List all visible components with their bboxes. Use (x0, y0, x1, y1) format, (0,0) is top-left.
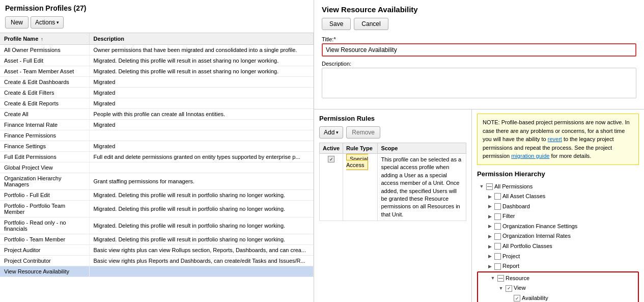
profile-desc-cell: Owner permissions that have been migrate… (89, 45, 314, 56)
add-label: Add (324, 129, 334, 136)
tree-checkbox-minus[interactable]: — (486, 183, 493, 190)
right-panel: View Resource Availability Save Cancel T… (314, 0, 644, 302)
permission-rules-header: Permission Rules (319, 115, 466, 122)
tree-checkbox-empty[interactable] (494, 253, 501, 260)
remove-button[interactable]: Remove (346, 126, 380, 139)
tree-checkbox-empty[interactable] (494, 213, 501, 220)
expand-icon[interactable]: ▶ (487, 263, 493, 269)
tree-checkbox-empty[interactable] (494, 263, 501, 270)
expand-icon[interactable]: ▶ (487, 194, 493, 200)
table-row[interactable]: Finance Internal Rate Migrated (0, 120, 314, 130)
cancel-button[interactable]: Cancel (354, 18, 388, 30)
profile-desc-cell: Migrated. Deleting this profile will res… (89, 234, 314, 245)
tree-checkbox-minus[interactable]: — (497, 275, 504, 282)
active-checkbox[interactable]: ✓ (328, 156, 334, 162)
tree-label-all-portfolio[interactable]: All Portfolio Classes (502, 242, 552, 251)
collapse-icon[interactable]: ▼ (498, 285, 504, 291)
migration-guide-link[interactable]: migration guide (511, 153, 549, 159)
table-row[interactable]: Asset - Full Edit Migrated. Deleting thi… (0, 56, 314, 66)
table-row[interactable]: Create & Edit Reports Migrated (0, 98, 314, 109)
table-row[interactable]: Portfolio - Portfolio Team Member Migrat… (0, 201, 314, 217)
title-label: Title:* (322, 36, 636, 42)
tree-item-all-perms: ▼ — All Permissions (477, 182, 639, 192)
table-row[interactable]: Portfolio - Full Edit Migrated. Deleting… (0, 190, 314, 201)
tree-label-dashboard[interactable]: Dashboard (502, 202, 530, 211)
profile-desc-cell: Migrated (89, 98, 314, 109)
profile-desc-cell (89, 130, 314, 141)
profile-desc-cell: Migrated. Deleting this profile will res… (89, 66, 314, 77)
expand-icon[interactable]: ▶ (487, 213, 493, 219)
tree-label-report[interactable]: Report (502, 262, 519, 271)
expand-icon[interactable]: ▶ (487, 243, 493, 250)
profile-desc-cell: Basic view rights plus Reports and Dashb… (89, 256, 314, 266)
save-button[interactable]: Save (322, 18, 351, 30)
title-input[interactable] (322, 43, 636, 57)
chevron-down-icon: ▾ (336, 130, 339, 135)
profile-name-cell: Global Project View (0, 162, 89, 173)
expand-icon[interactable]: ▶ (487, 203, 493, 209)
actions-button[interactable]: Actions ▾ (31, 16, 64, 29)
tree-checkbox-empty[interactable] (494, 203, 501, 210)
tree-label-project[interactable]: Project (502, 252, 520, 261)
table-row[interactable]: Create All People with this profile can … (0, 109, 314, 120)
tree-checkbox-empty[interactable] (494, 223, 501, 230)
table-row[interactable]: Create & Edit Filters Migrated (0, 88, 314, 98)
tree-checkbox-checked[interactable]: ✓ (506, 285, 512, 292)
tree-label-org-finance[interactable]: Organization Finance Settings (502, 222, 577, 231)
table-row[interactable]: Finance Permissions (0, 130, 314, 141)
tree-label-org-internal[interactable]: Organization Internal Rates (502, 232, 571, 241)
rule-type-cell: Special Access (343, 154, 378, 221)
expand-icon[interactable]: ▶ (487, 233, 493, 239)
profile-name-cell: Create & Edit Filters (0, 88, 89, 98)
table-row[interactable]: View Resource Availability (0, 266, 314, 277)
right-top: View Resource Availability Save Cancel T… (314, 0, 644, 109)
revert-link[interactable]: revert (548, 136, 562, 142)
profiles-table-container: Profile Name ↑ Description All Owner Per… (0, 33, 314, 302)
profile-name-cell: Full Edit Permissions (0, 152, 89, 162)
new-button[interactable]: New (5, 16, 29, 29)
profile-name-cell: Portfolio - Read only - no financials (0, 217, 89, 234)
table-row[interactable]: Create & Edit Dashboards Migrated (0, 77, 314, 88)
add-button[interactable]: Add ▾ (319, 126, 343, 139)
tree-label-all-asset[interactable]: All Asset Classes (502, 192, 545, 201)
profile-desc-cell: Migrated (89, 141, 314, 152)
description-label: Description: (322, 61, 636, 67)
tree-label-availability[interactable]: Availability (522, 294, 548, 302)
table-row[interactable]: Portfolio - Team Member Migrated. Deleti… (0, 234, 314, 245)
tree-checkbox-empty[interactable] (494, 233, 501, 240)
tree-label-resource[interactable]: Resource (506, 274, 529, 283)
expand-icon[interactable]: ▶ (487, 224, 493, 230)
tree-label-filter[interactable]: Filter (502, 212, 515, 221)
tree-label-all-perms[interactable]: All Permissions (494, 182, 533, 191)
table-row[interactable]: Global Project View (0, 162, 314, 173)
tree-checkbox-empty[interactable] (494, 243, 501, 250)
col-header-name[interactable]: Profile Name ↑ (0, 33, 89, 45)
table-row[interactable]: Project Contributor Basic view rights pl… (0, 256, 314, 266)
note-text-3: for more details. (551, 153, 592, 159)
col-header-desc[interactable]: Description (89, 33, 314, 45)
table-row[interactable]: Asset - Team Member Asset Migrated. Dele… (0, 66, 314, 77)
rule-type-badge[interactable]: Special Access (346, 154, 368, 170)
table-row[interactable]: All Owner Permissions Owner permissions … (0, 45, 314, 56)
profile-name-cell: Project Auditor (0, 245, 89, 256)
description-textarea[interactable] (322, 68, 636, 98)
profile-name-cell: Portfolio - Portfolio Team Member (0, 201, 89, 217)
expand-icon[interactable]: ▶ (487, 253, 493, 259)
table-row[interactable]: Project Auditor Basic view rights plus c… (0, 245, 314, 256)
collapse-icon[interactable]: ▼ (479, 183, 485, 189)
table-row[interactable]: Finance Settings Migrated (0, 141, 314, 152)
table-row[interactable]: Portfolio - Read only - no financials Mi… (0, 217, 314, 234)
collapse-icon[interactable]: ▼ (490, 276, 496, 282)
profile-desc-cell: Migrated (89, 77, 314, 88)
table-row[interactable]: Organization Hierarchy Managers Grant st… (0, 173, 314, 190)
profile-name-cell: Portfolio - Team Member (0, 234, 89, 245)
profile-name-cell: Portfolio - Full Edit (0, 190, 89, 201)
description-field-row: Description: (322, 61, 636, 100)
profile-desc-cell: Grant staffing permissions for managers. (89, 173, 314, 190)
tree-checkbox-empty[interactable] (494, 193, 501, 200)
tree-label-view[interactable]: View (514, 284, 526, 293)
tree-checkbox-checked[interactable]: ✓ (514, 295, 520, 301)
tree-item-org-finance: ▶ Organization Finance Settings (477, 222, 639, 232)
table-row[interactable]: Full Edit Permissions Full edit and dele… (0, 152, 314, 162)
left-header: Permission Profiles (27) New Actions ▾ (0, 0, 314, 33)
